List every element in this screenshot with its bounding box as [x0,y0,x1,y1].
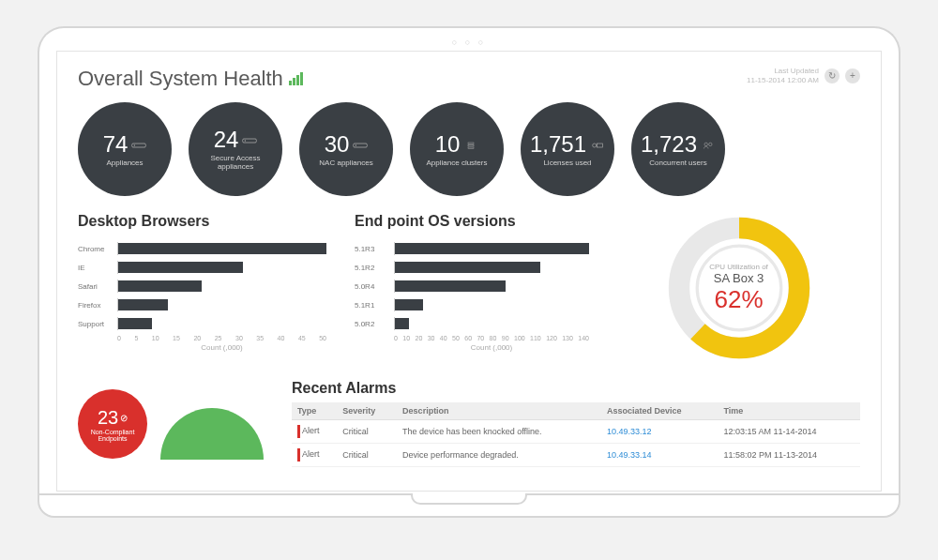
page-title-text: Overall System Health [78,67,283,91]
gauge-subtitle: CPU Utilization of [709,263,768,271]
bar-row: 5.0R2 [355,314,589,333]
metric-licenses-used[interactable]: 1,751Licenses used [521,102,614,196]
bar-row: IE [78,258,326,277]
laptop-base [38,493,900,518]
metric-label: Licenses used [543,159,591,168]
metric-appliances[interactable]: 74Appliances [78,102,172,196]
bar-row: Safari [78,277,326,295]
gauge-value: 62% [714,285,763,314]
compliance-half-gauge[interactable] [160,408,264,460]
metric-secure-access-appliances[interactable]: 24Secure Access appliances [189,102,282,196]
bar-row: 5.1R2 [355,258,589,277]
severity-bar-icon [297,425,300,438]
bar-label: IE [78,264,112,272]
bar-track [117,242,326,255]
bar-fill [118,243,326,254]
gauge-title: SA Box 3 [714,271,764,285]
cell-severity: Critical [337,444,397,467]
header-meta: Last Updated 11-15-2014 12:00 AM ↻ + [747,67,860,84]
bar-row: 5.1R1 [355,295,589,314]
bar-xlabel: Count (,000) [394,343,589,352]
table-row[interactable]: AlertCriticalThe device has been knocked… [292,420,860,444]
svg-point-12 [709,143,712,145]
bar-fill [118,318,152,329]
svg-point-11 [704,143,707,145]
cell-time: 11:58:02 PM 11-13-2014 [718,444,860,467]
metric-label: Concurrent users [649,159,706,168]
bar-row: 5.1R3 [355,239,589,258]
desktop-browsers-panel: Desktop Browsers ChromeIESafariFirefoxSu… [78,213,326,363]
svg-point-5 [356,144,356,145]
refresh-button[interactable]: ↻ [825,68,840,83]
cell-desc: Device performance degraded. [397,444,601,467]
svg-rect-8 [468,147,474,149]
add-button[interactable]: + [845,68,860,83]
camera-dots-icon: ○ ○ ○ [56,38,882,51]
laptop-screen-bezel: ○ ○ ○ Overall System Health Last Updated… [38,26,900,493]
cpu-gauge[interactable]: CPU Utilization of SA Box 3 62% [664,213,814,363]
metric-nac-appliances[interactable]: 30NAC appliances [299,102,393,196]
bar-fill [395,280,506,292]
cell-device-link[interactable]: 10.49.33.12 [601,420,718,444]
bar-label: 5.0R4 [355,282,388,291]
cell-device-link[interactable]: 10.49.33.14 [601,444,718,467]
metric-value: 74 [103,131,129,158]
bar-label: 5.0R2 [355,320,388,328]
bar-track [394,242,589,255]
bar-track [117,280,326,293]
table-row[interactable]: AlertCriticalDevice performance degraded… [292,444,860,467]
desktop-browsers-title: Desktop Browsers [78,213,326,230]
metric-label: Appliances [106,159,143,168]
metric-value: 30 [325,131,350,158]
recent-alarms-panel: Recent Alarms Type Severity Description … [292,380,860,467]
bar-row: Firefox [78,295,326,314]
bar-fill [395,299,423,310]
col-desc[interactable]: Description [397,402,601,420]
noncompliant-value: 23 [98,407,118,429]
bar-row: Support [78,314,326,333]
laptop-frame: ○ ○ ○ Overall System Health Last Updated… [38,26,900,518]
bar-fill [118,280,202,292]
appliance-icon [131,136,146,153]
bar-fill [395,262,540,273]
metric-label: Secure Access appliances [198,155,273,172]
bar-fill [118,299,168,310]
bar-label: 5.1R2 [355,264,388,272]
col-time[interactable]: Time [718,402,860,420]
bar-fill [395,318,409,329]
cpu-gauge-panel: CPU Utilization of SA Box 3 62% [617,213,860,363]
metric-value: 1,723 [641,131,697,158]
bar-track [394,280,589,293]
severity-bar-icon [297,448,300,462]
dashboard-screen: Overall System Health Last Updated 11-15… [56,51,882,492]
last-updated-label: Last Updated [774,67,819,76]
col-device[interactable]: Associated Device [601,402,718,420]
bar-label: Safari [78,282,112,291]
metric-label: Appliance clusters [427,159,488,168]
bar-label: Firefox [78,301,112,310]
metric-value: 1,751 [530,131,586,158]
metric-appliance-clusters[interactable]: 10Appliance clusters [410,102,504,196]
recent-alarms-title: Recent Alarms [292,380,860,397]
bar-axis: 05101520253035404550 [117,335,326,341]
noncompliant-circle[interactable]: 23 ⊘ Non-Compliant Endpoints [78,389,147,459]
bar-row: Chrome [78,239,326,258]
cell-desc: The device has been knocked offline. [397,420,601,444]
signal-icon [289,72,303,85]
noncompliant-label: Non-Compliant Endpoints [84,429,141,442]
cell-time: 12:03:15 AM 11-14-2014 [718,420,860,444]
bar-track [394,298,589,311]
col-severity[interactable]: Severity [337,402,397,420]
cluster-icon [463,136,478,153]
metric-concurrent-users[interactable]: 1,723Concurrent users [631,102,725,196]
users-icon [701,136,716,153]
col-type[interactable]: Type [292,402,337,420]
cell-severity: Critical [337,420,397,444]
svg-point-3 [245,141,246,142]
os-versions-chart: 5.1R35.1R25.0R45.1R15.0R2010203040506070… [355,239,589,352]
bar-row: 5.0R4 [355,277,589,295]
recent-alarms-table: Type Severity Description Associated Dev… [292,402,860,467]
cell-type: Alert [292,444,337,467]
bar-track [117,261,326,274]
page-title: Overall System Health [78,67,303,91]
